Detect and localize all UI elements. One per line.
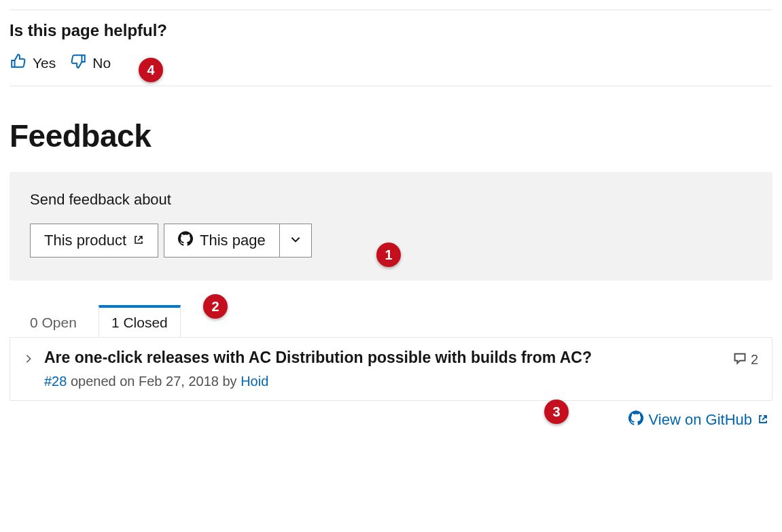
chevron-right-icon: [24, 353, 33, 367]
issue-meta: #28 opened on Feb 27, 2018 by Hoid: [44, 374, 722, 389]
yes-button[interactable]: Yes: [10, 52, 56, 73]
issue-title: Are one-click releases with AC Distribut…: [44, 349, 722, 367]
this-page-button[interactable]: This page: [164, 224, 279, 258]
view-on-github-link[interactable]: View on GitHub: [628, 410, 768, 429]
external-link-icon: [133, 232, 144, 249]
feedback-box: Send feedback about This product This pa…: [10, 172, 772, 281]
view-on-github-label: View on GitHub: [649, 411, 752, 429]
issue-item[interactable]: Are one-click releases with AC Distribut…: [10, 338, 772, 400]
chevron-down-icon: [289, 232, 302, 249]
annotation-4: 4: [139, 58, 163, 82]
issue-comments[interactable]: 2: [733, 351, 758, 368]
yes-label: Yes: [33, 55, 56, 71]
helpful-title: Is this page helpful?: [10, 21, 772, 40]
this-page-dropdown-button[interactable]: [279, 224, 312, 258]
annotation-1: 1: [376, 243, 401, 267]
thumbs-down-icon: [69, 52, 87, 73]
external-link-icon: [758, 411, 768, 429]
annotation-2: 2: [203, 294, 228, 319]
tab-open[interactable]: 0 Open: [27, 308, 79, 338]
github-icon: [178, 231, 193, 250]
issue-tabs: 0 Open 1 Closed 2: [10, 281, 772, 338]
tab-closed[interactable]: 1 Closed: [99, 305, 181, 338]
issue-opened-text: opened on Feb 27, 2018 by: [67, 374, 241, 389]
no-label: No: [92, 55, 111, 71]
thumbs-up-icon: [10, 52, 27, 73]
issue-author[interactable]: Hoid: [241, 374, 268, 389]
send-feedback-about-label: Send feedback about: [30, 191, 752, 209]
annotation-3: 3: [544, 400, 569, 424]
comment-count: 2: [751, 352, 758, 368]
comment-icon: [733, 351, 747, 368]
this-product-label: This product: [44, 232, 126, 249]
this-product-button[interactable]: This product: [30, 224, 158, 258]
view-on-github-row: 3 View on GitHub: [10, 401, 772, 429]
this-page-label: This page: [200, 232, 266, 249]
feedback-heading: Feedback: [10, 118, 772, 154]
no-button[interactable]: No: [69, 52, 111, 73]
this-page-button-group: This page: [164, 224, 312, 258]
issue-list: Are one-click releases with AC Distribut…: [10, 337, 772, 401]
helpful-section: Is this page helpful? Yes No 4: [10, 10, 772, 86]
issue-number[interactable]: #28: [44, 374, 67, 389]
github-icon: [628, 410, 643, 429]
